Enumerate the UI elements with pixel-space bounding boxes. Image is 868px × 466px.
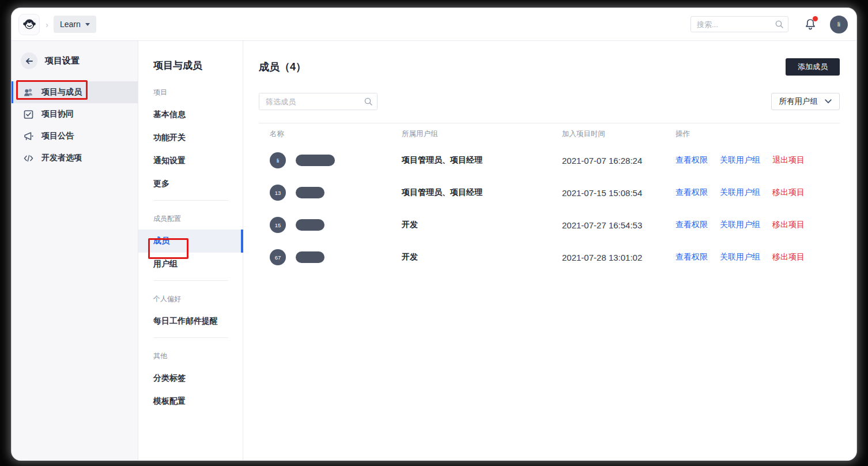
page-title: 成员（4） <box>259 60 306 74</box>
member-avatar: li <box>270 152 286 168</box>
view-permissions-link[interactable]: 查看权限 <box>675 220 708 230</box>
user-avatar-text: li <box>837 21 840 28</box>
member-avatar: 67 <box>270 249 286 265</box>
avatar-text: 67 <box>275 254 281 261</box>
member-joined-time: 2021-07-07 16:28:24 <box>562 156 675 166</box>
sidebar-item-label: 项目与成员 <box>41 87 82 97</box>
divider <box>153 280 228 281</box>
sidebar-item-project-members[interactable]: 项目与成员 <box>12 81 138 103</box>
remove-from-project-link[interactable]: 移出项目 <box>772 252 805 262</box>
table-row: 67 开发 2021-07-28 13:01:02 查看权限 关联用户组 移出项… <box>259 241 840 273</box>
redacted-name <box>296 251 324 263</box>
nav-item-user-groups[interactable]: 用户组 <box>138 253 243 276</box>
divider <box>153 337 228 338</box>
body-row: 项目设置 项目与成员 <box>12 41 856 460</box>
topbar: › Learn <box>12 8 856 41</box>
table-row: 13 项目管理员、项目经理 2021-07-15 15:08:54 查看权限 关… <box>259 176 840 209</box>
nav-section-other: 其他 分类标签 模板配置 <box>138 351 243 413</box>
column-header-name: 名称 <box>270 129 402 139</box>
table-row: li 项目管理员、项目经理 2021-07-07 16:28:24 查看权限 关… <box>259 144 840 176</box>
redacted-name <box>296 155 335 166</box>
redacted-name <box>296 187 324 198</box>
remove-from-project-link[interactable]: 移出项目 <box>772 187 805 198</box>
group-filter-value: 所有用户组 <box>779 96 818 107</box>
view-permissions-link[interactable]: 查看权限 <box>675 252 708 262</box>
topbar-right: li <box>690 16 848 33</box>
sidebar-item-label: 项目协同 <box>41 109 74 119</box>
settings-sidebar-header: 项目设置 <box>12 41 138 69</box>
nav-item-basic-info[interactable]: 基本信息 <box>138 103 243 126</box>
back-button[interactable] <box>21 52 37 69</box>
member-groups: 项目管理员、项目经理 <box>402 155 562 166</box>
view-permissions-link[interactable]: 查看权限 <box>675 155 708 166</box>
team-switcher-label: Learn <box>60 20 81 29</box>
sidebar-item-label: 开发者选项 <box>41 153 82 163</box>
global-search-input[interactable] <box>690 16 788 32</box>
section-nav: 项目与成员 项目 基本信息 功能开关 通知设置 更多 成员配置 成员 用户组 <box>138 41 243 460</box>
view-permissions-link[interactable]: 查看权限 <box>675 187 708 198</box>
column-header-groups: 所属用户组 <box>402 129 562 139</box>
nav-item-more[interactable]: 更多 <box>138 172 243 196</box>
column-header-joined: 加入项目时间 <box>562 129 675 139</box>
sidebar-item-project-collaboration[interactable]: 项目协同 <box>12 103 138 125</box>
quit-project-link[interactable]: 退出项目 <box>772 155 805 166</box>
megaphone-icon <box>23 131 34 142</box>
chevron-down-icon <box>825 99 832 104</box>
remove-from-project-link[interactable]: 移出项目 <box>772 220 805 230</box>
associate-groups-link[interactable]: 关联用户组 <box>720 252 760 262</box>
nav-item-daily-email-reminder[interactable]: 每日工作邮件提醒 <box>138 310 243 333</box>
code-icon <box>23 153 34 164</box>
app-window: › Learn <box>12 8 856 460</box>
search-icon <box>364 97 373 106</box>
member-avatar: 15 <box>270 217 286 233</box>
member-groups: 项目管理员、项目经理 <box>402 187 562 198</box>
member-filter-input[interactable] <box>259 93 378 110</box>
nav-item-members[interactable]: 成员 <box>138 230 243 253</box>
nav-section-label: 其他 <box>138 351 243 361</box>
table-row: 15 开发 2021-07-27 16:54:53 查看权限 关联用户组 移出项… <box>259 209 840 241</box>
caret-down-icon <box>85 23 90 26</box>
group-filter-dropdown[interactable]: 所有用户组 <box>771 93 840 110</box>
nav-section-label: 个人偏好 <box>138 294 243 304</box>
app-logo-button[interactable] <box>18 14 40 35</box>
associate-groups-link[interactable]: 关联用户组 <box>720 155 760 166</box>
unread-notification-dot <box>813 16 818 21</box>
breadcrumb-chevron-icon: › <box>46 20 48 29</box>
section-nav-title: 项目与成员 <box>138 58 243 73</box>
settings-sidebar: 项目设置 项目与成员 <box>12 41 138 460</box>
associate-groups-link[interactable]: 关联用户组 <box>720 220 760 230</box>
redacted-name <box>296 219 324 231</box>
nav-item-category-tags[interactable]: 分类标签 <box>138 367 243 390</box>
monkey-logo-icon <box>22 17 36 31</box>
member-joined-time: 2021-07-27 16:54:53 <box>562 220 675 230</box>
users-icon <box>23 87 34 98</box>
divider <box>153 200 228 201</box>
notifications-button[interactable] <box>803 17 817 31</box>
nav-section-project: 项目 基本信息 功能开关 通知设置 更多 <box>138 87 243 196</box>
nav-item-feature-switch[interactable]: 功能开关 <box>138 126 243 149</box>
user-avatar[interactable]: li <box>830 16 848 33</box>
avatar-text: 13 <box>275 190 281 196</box>
table-header-row: 名称 所属用户组 加入项目时间 操作 <box>259 123 840 144</box>
nav-section-label: 项目 <box>138 87 243 97</box>
arrow-left-icon <box>25 57 34 66</box>
member-joined-time: 2021-07-28 13:01:02 <box>562 253 675 262</box>
settings-title: 项目设置 <box>45 55 80 66</box>
avatar-text: 15 <box>275 222 281 228</box>
nav-item-template-config[interactable]: 模板配置 <box>138 390 243 413</box>
nav-section-member-config: 成员配置 成员 用户组 <box>138 213 243 276</box>
sidebar-item-project-announcement[interactable]: 项目公告 <box>12 125 138 147</box>
check-square-icon <box>23 109 34 120</box>
members-page: 成员（4） 添加成员 所有用户组 <box>243 41 856 460</box>
add-member-button[interactable]: 添加成员 <box>786 58 840 76</box>
nav-item-notification-settings[interactable]: 通知设置 <box>138 149 243 172</box>
team-switcher-button[interactable]: Learn <box>54 16 96 33</box>
nav-section-label: 成员配置 <box>138 213 243 224</box>
sidebar-item-label: 项目公告 <box>41 131 74 141</box>
global-search <box>690 16 788 32</box>
members-table: 名称 所属用户组 加入项目时间 操作 li 项目管理员、项目经理 2021-07… <box>259 123 840 273</box>
associate-groups-link[interactable]: 关联用户组 <box>720 187 760 198</box>
avatar-text: li <box>277 157 279 164</box>
member-filter <box>259 93 378 110</box>
sidebar-item-developer-options[interactable]: 开发者选项 <box>12 147 138 169</box>
